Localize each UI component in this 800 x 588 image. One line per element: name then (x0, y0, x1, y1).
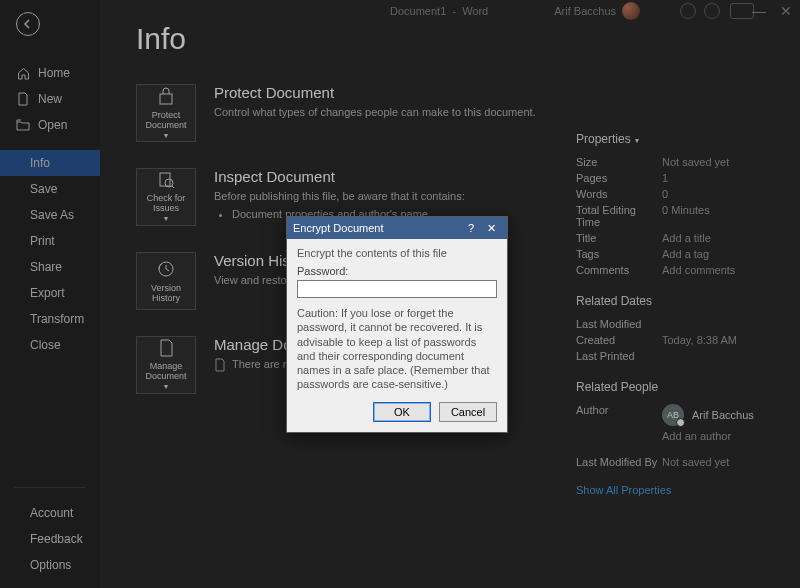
sidebar-label: Print (16, 234, 55, 248)
doc-small-icon (214, 358, 226, 372)
sidebar-label: Transform (16, 312, 84, 326)
ok-button[interactable]: OK (373, 402, 431, 422)
prop-row: TagsAdd a tag (576, 246, 776, 262)
lock-icon (156, 86, 176, 106)
sidebar-label: Info (16, 156, 50, 170)
sidebar-item-export[interactable]: Export (0, 280, 100, 306)
properties-heading[interactable]: Properties▾ (576, 132, 776, 146)
new-icon (16, 92, 30, 106)
prop-row: Last Modified (576, 316, 776, 332)
sidebar-item-options[interactable]: Options (0, 552, 100, 578)
section-desc: Control what types of changes people can… (214, 105, 536, 120)
dialog-title: Encrypt Document (293, 222, 461, 234)
btn-label: Manage Document (139, 361, 193, 382)
arrow-left-icon (22, 18, 34, 30)
svg-rect-0 (160, 94, 172, 104)
author-avatar: AB (662, 404, 684, 426)
sidebar-item-info[interactable]: Info (0, 150, 100, 176)
sidebar-item-new[interactable]: New (0, 86, 100, 112)
dialog-help-button[interactable]: ? (461, 222, 481, 234)
chevron-down-icon: ▾ (164, 382, 168, 391)
chevron-down-icon: ▾ (164, 131, 168, 140)
section-title: Inspect Document (214, 168, 465, 185)
dialog-titlebar: Encrypt Document ? ✕ (287, 217, 507, 239)
sidebar-label: Save As (16, 208, 74, 222)
dialog-lead: Encrypt the contents of this file (297, 247, 497, 259)
dialog-close-button[interactable]: ✕ (481, 222, 501, 235)
sidebar-label: Close (16, 338, 61, 352)
inspect-icon (156, 171, 176, 189)
author-name: Arif Bacchus (692, 409, 754, 421)
cancel-button[interactable]: Cancel (439, 402, 497, 422)
check-issues-button[interactable]: Check for Issues ▾ (136, 168, 196, 226)
prop-row: CreatedToday, 8:38 AM (576, 332, 776, 348)
sidebar-label: Home (38, 66, 70, 80)
manage-document-button[interactable]: Manage Document ▾ (136, 336, 196, 394)
sidebar-label: Save (16, 182, 57, 196)
sidebar-item-saveas[interactable]: Save As (0, 202, 100, 228)
prop-row: CommentsAdd comments (576, 262, 776, 278)
chevron-down-icon: ▾ (164, 214, 168, 223)
dialog-caution: Caution: If you lose or forget the passw… (297, 306, 497, 392)
prop-row: Words0 (576, 186, 776, 202)
sidebar-label: Options (16, 558, 71, 572)
history-icon (156, 259, 176, 279)
btn-label: Protect Document (139, 110, 193, 131)
author-row-wrapper: Author AB Arif Bacchus (576, 402, 776, 428)
prop-row: SizeNot saved yet (576, 154, 776, 170)
related-people-heading: Related People (576, 380, 776, 394)
page-title: Info (136, 22, 776, 56)
document-icon (156, 339, 176, 357)
version-history-button[interactable]: Version History (136, 252, 196, 310)
home-icon (16, 66, 30, 80)
open-icon (16, 118, 30, 132)
sidebar-label: Share (16, 260, 62, 274)
protect-document-button[interactable]: Protect Document ▾ (136, 84, 196, 142)
btn-label: Check for Issues (139, 193, 193, 214)
prop-row: Pages1 (576, 170, 776, 186)
sidebar-label: New (38, 92, 62, 106)
show-all-properties[interactable]: Show All Properties (576, 484, 776, 496)
chevron-down-icon: ▾ (635, 136, 639, 145)
password-label: Password: (297, 265, 497, 277)
sidebar-item-transform[interactable]: Transform (0, 306, 100, 332)
sidebar-item-close[interactable]: Close (0, 332, 100, 358)
password-input[interactable] (297, 280, 497, 298)
sidebar-item-feedback[interactable]: Feedback (0, 526, 100, 552)
sidebar-item-home[interactable]: Home (0, 60, 100, 86)
properties-panel: Properties▾ SizeNot saved yet Pages1 Wor… (576, 132, 776, 496)
sidebar-label: Feedback (16, 532, 83, 546)
related-dates-heading: Related Dates (576, 294, 776, 308)
sidebar-item-save[interactable]: Save (0, 176, 100, 202)
sidebar-item-open[interactable]: Open (0, 112, 100, 138)
section-title: Protect Document (214, 84, 536, 101)
sidebar-label: Account (16, 506, 73, 520)
sidebar-item-account[interactable]: Account (0, 500, 100, 526)
sidebar-item-print[interactable]: Print (0, 228, 100, 254)
prop-row: Total Editing Time0 Minutes (576, 202, 776, 230)
section-desc: Before publishing this file, be aware th… (214, 189, 465, 204)
encrypt-document-dialog: Encrypt Document ? ✕ Encrypt the content… (286, 216, 508, 433)
prop-row: TitleAdd a title (576, 230, 776, 246)
sidebar-item-share[interactable]: Share (0, 254, 100, 280)
author-value[interactable]: AB Arif Bacchus (662, 404, 754, 426)
prop-row: Last Printed (576, 348, 776, 364)
sidebar-label: Export (16, 286, 65, 300)
back-button[interactable] (16, 12, 40, 36)
backstage-sidebar: Home New Open Info Save Save As Print Sh… (0, 0, 100, 588)
btn-label: Version History (139, 283, 193, 304)
sidebar-label: Open (38, 118, 67, 132)
add-author[interactable]: Add an author (662, 430, 731, 442)
